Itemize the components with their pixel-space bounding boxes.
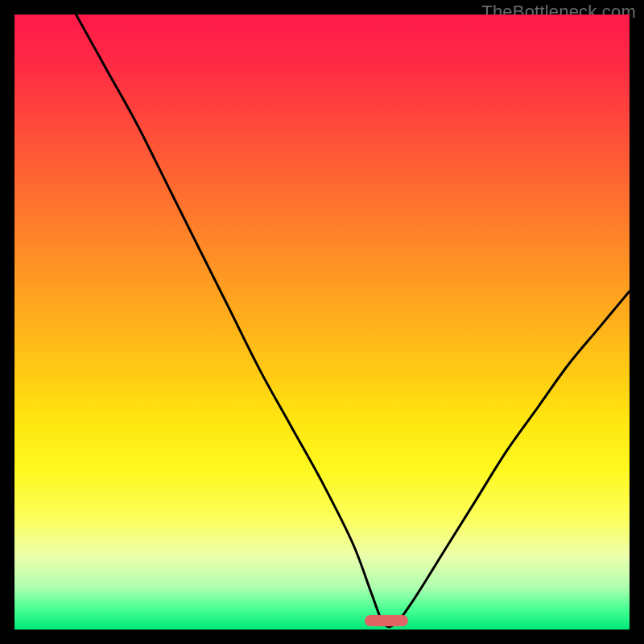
bottleneck-curve [14,14,630,630]
chart-frame: TheBottleneck.com [0,0,644,644]
plot-area [14,14,630,630]
optimal-range-marker [365,615,407,626]
